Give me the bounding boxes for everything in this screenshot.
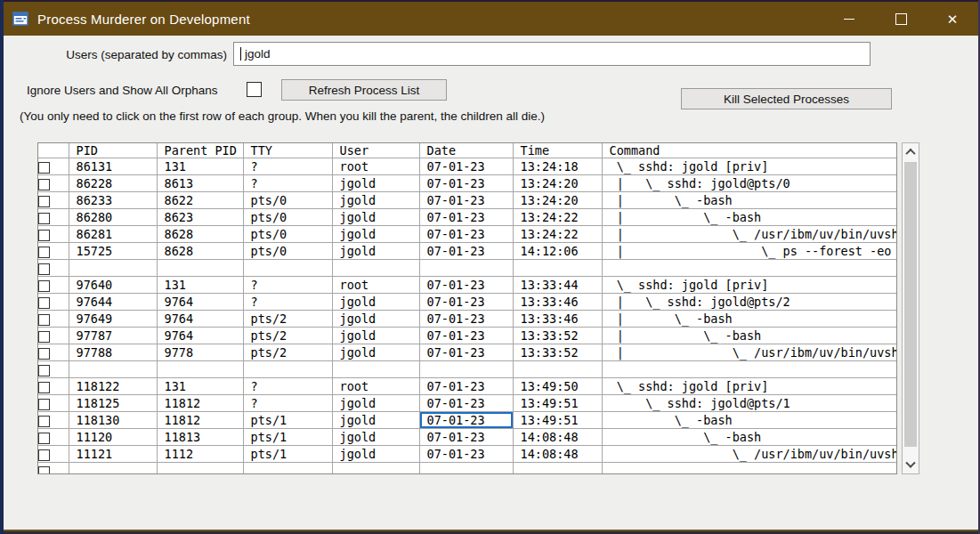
cell-date[interactable]: 07-01-23 (419, 226, 513, 243)
cell-tty[interactable]: pts/2 (243, 344, 332, 361)
cell-time[interactable]: 13:49:51 (513, 395, 602, 412)
cell-tty[interactable]: pts/0 (243, 243, 332, 260)
cell-command[interactable]: \_ sshd: jgold@pts/1 (602, 395, 897, 412)
cell-command[interactable]: \_ -bash (602, 429, 897, 446)
cell-pid[interactable]: 11120 (69, 429, 157, 446)
cell-pid[interactable]: 11121 (69, 446, 157, 463)
cell-user[interactable]: jgold (332, 192, 419, 209)
cell-date[interactable] (419, 260, 513, 277)
cell-ppid[interactable]: 131 (157, 378, 243, 395)
cell-command[interactable]: \_ sshd: jgold [priv] (602, 378, 897, 395)
cell-user[interactable]: jgold (332, 429, 419, 446)
cell-date[interactable]: 07-01-23 (419, 395, 513, 412)
cell-date[interactable]: 07-01-23 (419, 277, 513, 294)
row-checkbox[interactable] (38, 162, 50, 174)
cell-date[interactable]: 07-01-23 (419, 243, 513, 260)
cell-time[interactable]: 14:12:06 (513, 243, 602, 260)
cell-user[interactable]: jgold (332, 412, 419, 429)
refresh-process-list-button[interactable]: Refresh Process List (281, 79, 447, 101)
cell-command[interactable] (602, 361, 897, 378)
title-bar[interactable]: Process Murderer on Development ✕ (4, 2, 978, 36)
row-checkbox[interactable] (38, 416, 50, 427)
cell-pid[interactable]: 118122 (69, 378, 157, 395)
cell-time[interactable]: 13:33:46 (513, 311, 602, 328)
cell-ppid[interactable]: 131 (157, 158, 243, 175)
cell-pid[interactable]: 86281 (69, 226, 157, 243)
cell-time[interactable]: 13:24:22 (513, 226, 602, 243)
cell-ppid[interactable] (157, 260, 243, 277)
cell-date[interactable] (419, 463, 513, 475)
cell-tty[interactable]: ? (243, 175, 332, 192)
cell-time[interactable]: 13:33:52 (513, 344, 602, 361)
cell-ppid[interactable]: 8623 (157, 209, 243, 226)
cell-tty[interactable]: pts/1 (243, 429, 332, 446)
cell-time[interactable]: 13:24:20 (513, 192, 602, 209)
cell-time[interactable]: 13:24:18 (513, 158, 602, 175)
cell-date[interactable]: 07-01-23 (419, 328, 513, 344)
maximize-button[interactable] (875, 2, 927, 36)
cell-user[interactable]: root (332, 378, 419, 395)
cell-ppid[interactable] (157, 361, 243, 378)
cell-command[interactable]: | \_ ps --forest -eo p (602, 243, 897, 260)
row-checkbox[interactable] (38, 263, 50, 275)
cell-tty[interactable]: pts/2 (243, 328, 332, 344)
cell-user[interactable]: jgold (332, 294, 419, 311)
row-checkbox[interactable] (38, 382, 50, 393)
cell-tty[interactable] (243, 463, 332, 475)
cell-time[interactable]: 13:33:46 (513, 294, 602, 311)
cell-tty[interactable]: ? (243, 277, 332, 294)
cell-pid[interactable]: 86228 (69, 175, 157, 192)
cell-pid[interactable] (69, 260, 157, 277)
row-checkbox[interactable] (38, 213, 50, 224)
cell-date[interactable]: 07-01-23 (419, 412, 513, 429)
cell-pid[interactable]: 97649 (69, 311, 157, 328)
cell-user[interactable]: jgold (332, 328, 419, 344)
row-checkbox[interactable] (38, 365, 50, 376)
cell-command[interactable] (602, 463, 897, 475)
cell-command[interactable]: | \_ sshd: jgold@pts/2 (602, 294, 897, 311)
cell-tty[interactable] (243, 361, 332, 378)
cell-tty[interactable]: ? (243, 378, 332, 395)
cell-user[interactable]: jgold (332, 311, 419, 328)
row-checkbox[interactable] (38, 449, 50, 461)
cell-tty[interactable]: pts/0 (243, 192, 332, 209)
cell-time[interactable] (513, 361, 602, 378)
close-button[interactable]: ✕ (927, 2, 978, 36)
cell-tty[interactable]: ? (243, 294, 332, 311)
cell-date[interactable]: 07-01-23 (419, 294, 513, 311)
cell-user[interactable]: jgold (332, 395, 419, 412)
row-checkbox[interactable] (38, 433, 50, 444)
cell-pid[interactable]: 15725 (69, 243, 157, 260)
cell-command[interactable]: \_ sshd: jgold [priv] (602, 277, 897, 294)
ignore-orphans-checkbox[interactable] (247, 82, 262, 97)
cell-tty[interactable]: pts/2 (243, 311, 332, 328)
minimize-button[interactable] (823, 2, 875, 36)
cell-tty[interactable]: pts/1 (243, 412, 332, 429)
cell-command[interactable]: | \_ -bash (602, 209, 897, 226)
cell-command[interactable]: \_ -bash (602, 412, 897, 429)
cell-date[interactable] (419, 361, 513, 378)
cell-pid[interactable]: 97787 (69, 328, 157, 344)
cell-date[interactable]: 07-01-23 (419, 209, 513, 226)
row-checkbox[interactable] (38, 331, 50, 343)
row-checkbox[interactable] (38, 466, 50, 475)
vertical-scrollbar[interactable] (902, 142, 919, 474)
cell-ppid[interactable]: 8628 (157, 243, 243, 260)
cell-command[interactable]: | \_ -bash (602, 311, 897, 328)
row-checkbox[interactable] (38, 247, 50, 258)
cell-date[interactable]: 07-01-23 (419, 429, 513, 446)
cell-user[interactable]: jgold (332, 175, 419, 192)
cell-user[interactable] (332, 361, 419, 378)
cell-ppid[interactable]: 131 (157, 277, 243, 294)
row-checkbox[interactable] (38, 196, 50, 207)
cell-pid[interactable]: 97640 (69, 277, 157, 294)
cell-command[interactable]: | \_ -bash (602, 192, 897, 209)
row-checkbox[interactable] (38, 230, 50, 241)
cell-ppid[interactable]: 8628 (157, 226, 243, 243)
cell-command[interactable]: | \_ -bash (602, 328, 897, 344)
cell-time[interactable]: 13:24:22 (513, 209, 602, 226)
scroll-up-button[interactable] (903, 143, 919, 160)
cell-command[interactable]: \_ /usr/ibm/uv/bin/uvsh (602, 446, 897, 463)
cell-time[interactable]: 14:08:48 (513, 429, 602, 446)
cell-ppid[interactable]: 9764 (157, 294, 243, 311)
